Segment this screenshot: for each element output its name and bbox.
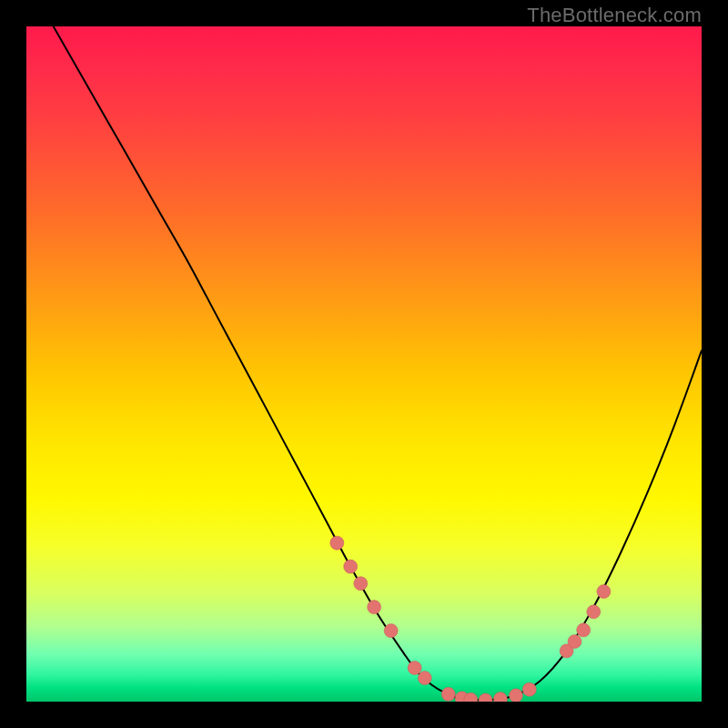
highlight-dot [330, 536, 344, 550]
highlight-dot [464, 693, 478, 706]
chart-overlay [0, 0, 728, 728]
highlight-dot [408, 661, 421, 674]
highlight-dot [597, 585, 611, 599]
highlight-dot [418, 672, 431, 685]
highlight-dot [568, 634, 581, 648]
highlight-dot [493, 693, 507, 706]
bottleneck-curve [54, 26, 702, 701]
highlight-dot [479, 693, 492, 707]
highlight-dot [587, 605, 601, 619]
highlight-dot [344, 560, 358, 573]
highlight-dot [384, 624, 398, 638]
outer-frame: TheBottleneck.com [0, 0, 728, 728]
highlight-dot [577, 623, 591, 637]
highlight-dot [441, 687, 455, 701]
highlight-dot [368, 601, 381, 614]
highlight-dot [354, 577, 368, 591]
highlight-dot [522, 682, 536, 696]
highlight-dot [509, 689, 522, 703]
